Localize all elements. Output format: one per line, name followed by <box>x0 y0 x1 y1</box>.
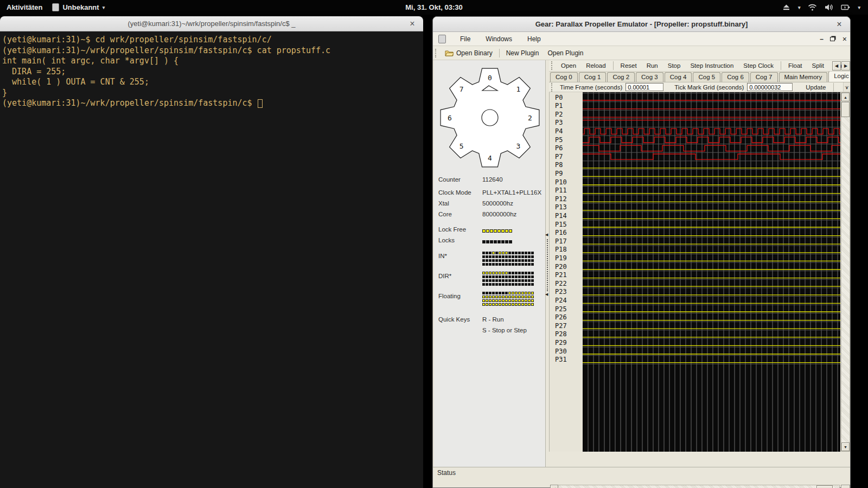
tab-cog-7[interactable]: Cog 7 <box>750 72 778 82</box>
bit-on <box>528 303 531 306</box>
battery-icon[interactable] <box>841 4 850 11</box>
tab-cog-0[interactable]: Cog 0 <box>550 72 578 82</box>
bit-off <box>486 259 488 262</box>
quick-key-run: R - Run <box>482 316 504 323</box>
splitter-handle[interactable] <box>547 239 548 291</box>
emu-float-button[interactable]: Float <box>783 62 807 69</box>
close-icon[interactable]: × <box>834 19 845 30</box>
chevron-down-icon[interactable]: ▾ <box>858 5 860 10</box>
scroll-right-button[interactable]: ▶ <box>841 485 850 488</box>
clock[interactable]: Mi, 31. Okt, 03:30 <box>405 3 463 11</box>
horizontal-scroll-thumb[interactable] <box>816 485 833 488</box>
tab-cog-4[interactable]: Cog 4 <box>665 72 692 82</box>
bit-off <box>521 279 524 282</box>
minimize-icon[interactable]: – <box>820 35 824 43</box>
tab-cog-6[interactable]: Cog 6 <box>722 72 749 82</box>
toolbar-grip[interactable] <box>551 83 553 92</box>
chevron-down-icon[interactable]: ▾ <box>798 5 801 10</box>
open-binary-button[interactable]: Open Binary <box>441 47 497 59</box>
menu-windows[interactable]: Windows <box>478 35 520 43</box>
emu-stop-button[interactable]: Stop <box>663 62 686 69</box>
scroll-up-button[interactable]: ▲ <box>841 93 850 101</box>
emu-step-clock-button[interactable]: Step Clock <box>738 62 778 69</box>
pin-label-p7: P7 <box>555 153 563 160</box>
floating-bit-grid[interactable] <box>482 292 534 307</box>
bit-on <box>505 272 508 274</box>
gear-titlebar[interactable]: Gear: Parallax Propeller Emulator - [Pro… <box>433 17 850 32</box>
bit-on <box>486 272 488 274</box>
new-plugin-button[interactable]: New Plugin <box>502 47 544 59</box>
tab-scroll-left-button[interactable]: ◀ <box>832 61 841 70</box>
tab-cog-1[interactable]: Cog 1 <box>579 72 607 82</box>
bit-off <box>528 279 531 282</box>
scroll-down-button[interactable]: ▼ <box>841 442 850 451</box>
logic-analyzer-plot[interactable] <box>583 92 840 452</box>
bit-on <box>502 299 505 302</box>
bit-on <box>518 303 521 306</box>
eject-icon[interactable] <box>782 4 790 11</box>
svg-text:0: 0 <box>488 74 492 82</box>
emu-split-button[interactable]: Split <box>807 62 829 69</box>
toolbar-overflow-button[interactable]: —▼ <box>843 82 850 92</box>
terminal-content[interactable]: (yeti@kumari:31)~$ cd wrk/propeller/spin… <box>0 31 423 112</box>
open-plugin-button[interactable]: Open Plugin <box>543 47 588 59</box>
bit-off <box>518 259 521 262</box>
toolbar-grip[interactable] <box>551 61 552 70</box>
bit-on <box>525 292 527 294</box>
bit-off <box>482 255 485 258</box>
emu-reload-button[interactable]: Reload <box>581 62 610 69</box>
collapse-left-icon[interactable]: ◀ <box>545 233 548 237</box>
bit-on <box>505 296 508 298</box>
time-frame-input[interactable] <box>626 83 663 91</box>
tab-cog-3[interactable]: Cog 3 <box>636 72 663 82</box>
vertical-scroll-thumb[interactable] <box>841 102 850 117</box>
menu-help[interactable]: Help <box>520 35 548 43</box>
close-icon[interactable]: × <box>843 35 847 43</box>
xtal-value: 5000000hz <box>482 200 513 207</box>
tab-scroll-right-button[interactable]: ▶ <box>841 61 850 70</box>
dir-bit-grid[interactable] <box>482 272 534 287</box>
svg-text:6: 6 <box>448 114 452 122</box>
tab-cog-5[interactable]: Cog 5 <box>693 72 720 82</box>
svg-text:3: 3 <box>516 142 520 150</box>
update-button[interactable]: Update <box>800 84 831 91</box>
bit-off <box>499 255 501 258</box>
bit-off <box>499 279 501 282</box>
in-bit-grid[interactable] <box>482 252 534 267</box>
bit-on <box>499 252 501 254</box>
pin-label-p5: P5 <box>555 137 563 144</box>
emu-run-button[interactable]: Run <box>642 62 663 69</box>
toolbar-separator <box>833 83 834 92</box>
activities-button[interactable]: Aktivitäten <box>7 3 42 11</box>
tab-main-memory[interactable]: Main Memory <box>779 72 828 82</box>
cog-tab-strip: Cog 0Cog 1Cog 2Cog 3Cog 4Cog 5Cog 6Cog 7… <box>549 72 850 82</box>
close-icon[interactable]: × <box>407 18 418 29</box>
bit-off <box>482 283 485 286</box>
volume-icon[interactable] <box>825 4 833 11</box>
terminal-titlebar[interactable]: (yeti@kumari:31)~/wrk/propeller/spinsim/… <box>0 16 423 31</box>
emu-open-button[interactable]: Open <box>556 62 581 69</box>
scroll-left-button[interactable]: ◀ <box>550 485 558 488</box>
vertical-scrollbar[interactable]: ▲ ▼ <box>841 92 850 452</box>
bit-on <box>489 272 492 274</box>
bit-on <box>495 303 498 306</box>
menu-file[interactable]: File <box>452 35 478 43</box>
bit-off <box>502 263 505 266</box>
tab-cog-2[interactable]: Cog 2 <box>607 72 635 82</box>
bit-off <box>521 283 524 286</box>
emu-reset-button[interactable]: Reset <box>616 62 642 69</box>
collapse-left-icon[interactable]: ◀ <box>545 292 548 297</box>
restore-icon[interactable] <box>830 37 835 41</box>
horizontal-scrollbar[interactable]: ◀ <box>550 485 840 488</box>
bit-off <box>528 252 531 254</box>
emu-step-instruction-button[interactable]: Step Instruction <box>685 62 738 69</box>
tab-logic-probe[interactable]: Logic Probe <box>828 72 850 82</box>
tick-grid-input[interactable] <box>747 83 793 91</box>
toolbar-grip[interactable] <box>435 49 437 57</box>
wifi-icon[interactable] <box>808 4 817 11</box>
bit-off <box>492 279 495 282</box>
app-menu-label: Unbekannt <box>62 3 99 11</box>
bit-off <box>495 292 498 294</box>
app-menu[interactable]: Unbekannt ▾ <box>52 3 105 11</box>
pin-label-p14: P14 <box>555 213 567 220</box>
